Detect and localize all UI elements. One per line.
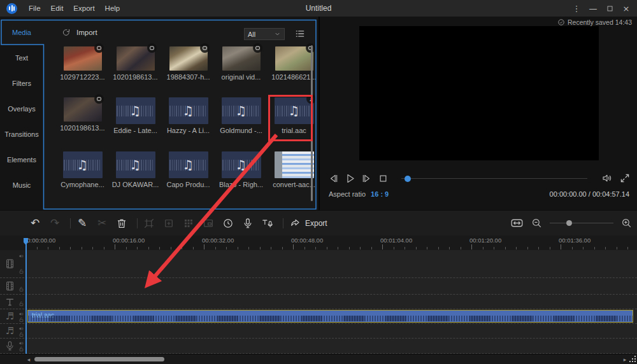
seek-bar-handle[interactable] [404,176,411,182]
media-item-label: 1029712223... [56,73,109,81]
speaker-icon [18,326,24,332]
fit-to-timeline-button[interactable] [510,216,524,230]
playhead[interactable] [25,238,27,354]
aspect-ratio-value[interactable]: 16 : 9 [371,190,389,198]
sidebar-tabs: MediaTextFiltersOverlaysTransitionsEleme… [0,20,43,210]
sidebar-tab-media[interactable]: Media [0,20,43,45]
menu-file[interactable]: File [24,0,46,17]
media-item-7[interactable]: ♫Hazzy - A Li... [162,97,215,151]
minimize-button[interactable]: — [585,0,601,17]
voiceover-button[interactable] [242,218,254,229]
preview-panel: Recently saved 14:43 Aspect ratio 16 : 9… [318,17,637,210]
export-button[interactable]: Export [289,218,327,229]
volume-button[interactable] [601,172,613,184]
media-item-1[interactable]: 1020198613... [109,46,162,97]
voiceover-track-header [0,339,27,353]
close-button[interactable]: × [618,0,634,17]
music-note-icon: ♫ [169,151,208,178]
zoom-in-icon [621,218,632,228]
audio-thumbnail: ♫ [222,151,261,178]
zoom-in-button[interactable] [621,218,632,228]
video-thumbnail [222,46,261,71]
play-button[interactable] [344,172,356,185]
step-back-button[interactable] [327,172,340,185]
media-item-11[interactable]: ♫DJ OKAWAR... [109,151,162,206]
undo-button[interactable]: ↶ [29,218,41,229]
media-item-0[interactable]: 1029712223... [56,46,109,97]
media-item-2[interactable]: 19884307-h... [162,46,215,97]
chevron-down-icon [274,31,281,38]
ruler-tick [516,247,517,249]
timeline-ruler[interactable]: 00:00:00.0000:00:16.0000:00:32.0000:00:4… [0,235,637,250]
media-item-10[interactable]: ♫Cymophane... [56,151,109,206]
list-view-button[interactable] [294,28,306,39]
sidebar-tab-elements[interactable]: Elements [0,147,43,172]
save-status: Recently saved 14:43 [557,18,632,26]
stop-button[interactable] [377,172,389,185]
image-thumbnail [275,151,314,178]
mosaic-button [183,218,194,229]
menu-bar: FileEditExportHelp [24,0,125,17]
media-item-5[interactable]: 1020198613... [56,97,109,151]
more-options-button[interactable]: ⋮ [568,0,585,17]
video-track-2-header [0,278,27,294]
seek-bar[interactable] [401,172,587,185]
seek-bar-track [401,178,587,179]
media-panel-scrollbar[interactable] [311,45,313,201]
media-item-label: Hazzy - A Li... [162,127,215,134]
media-item-13[interactable]: ♫Blazo - Righ... [215,151,268,206]
music-note-icon: ♫ [222,151,261,178]
zoom-slider[interactable] [550,218,613,228]
duration-button[interactable] [222,218,234,229]
ruler-tick [572,247,573,249]
timeline-clip[interactable]: trial.aac [27,310,633,323]
lock-icon [18,269,24,274]
zoom-slider-handle[interactable] [566,220,572,226]
fullscreen-button[interactable] [619,172,631,184]
step-back-icon [327,172,340,185]
ruler-tick [471,244,472,249]
ruler-tick [538,247,539,249]
redo-button: ↷ [49,218,61,229]
edit-button[interactable]: ✎ [76,218,88,229]
sidebar-tab-filters[interactable]: Filters [0,71,43,96]
sidebar-tab-overlays[interactable]: Overlays [0,96,43,122]
text-to-speech-button[interactable] [262,218,273,229]
ruler-tick [483,247,483,249]
media-item-6[interactable]: ♫Eddie - Late... [109,97,162,151]
media-item-label: 1020198613... [56,124,109,132]
scroll-right-button[interactable]: ▸ [622,355,628,364]
menu-help[interactable]: Help [100,0,125,17]
delete-button[interactable] [116,218,127,229]
media-item-8[interactable]: ♫Goldmund -... [215,97,268,151]
scroll-left-button[interactable]: ◂ [25,355,32,364]
media-item-12[interactable]: ♫Capo Produ... [162,151,215,206]
media-filter-dropdown[interactable]: All [244,28,285,40]
step-forward-button[interactable] [361,172,373,185]
sidebar-tab-music[interactable]: Music [0,172,43,198]
transport-controls [327,169,631,187]
menu-export[interactable]: Export [68,0,99,17]
media-filter-value: All [248,31,274,38]
timecode-display: 00:00:00.00 / 00:04:57.14 [550,190,629,198]
menu-edit[interactable]: Edit [46,0,69,17]
zoom-out-button[interactable] [531,218,542,228]
preview-canvas [359,26,599,160]
audio-track-2-lane [27,324,637,338]
ruler-tick [293,244,294,249]
media-item-label: DJ OKAWAR... [109,181,162,188]
music-note-icon: ♫ [116,97,155,124]
sidebar-tab-transitions[interactable]: Transitions [0,122,43,147]
media-item-3[interactable]: original vid... [215,46,268,97]
maximize-button[interactable] [601,0,618,17]
ruler-tick [416,247,417,249]
scrollbar-thumb[interactable] [34,357,164,361]
ruler-tick [494,247,494,249]
ruler-tick [605,247,606,249]
ruler-tick [382,244,383,249]
import-button[interactable]: Import [61,28,97,38]
ruler-tick [505,247,506,249]
sidebar-tab-text[interactable]: Text [0,45,43,71]
resize-grip-icon[interactable] [629,356,636,363]
music-note-icon: ♫ [116,151,155,178]
